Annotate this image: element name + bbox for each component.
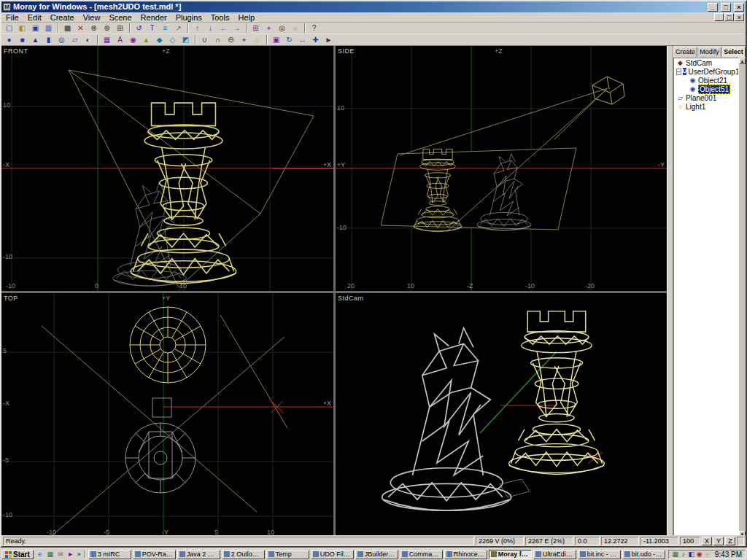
- axis-x-button[interactable]: X: [702, 537, 712, 545]
- copy-icon[interactable]: ⊕: [101, 23, 113, 34]
- taskbar-task-4[interactable]: 2 Outlook ...: [222, 550, 265, 559]
- menu-create[interactable]: Create: [46, 12, 79, 23]
- origin-selection-box[interactable]: [152, 398, 171, 417]
- stdcam-viewport-canvas[interactable]: [336, 293, 667, 537]
- scheduler-icon[interactable]: ◉: [696, 551, 703, 558]
- sphere-tool-icon[interactable]: ●: [3, 34, 15, 45]
- paste-icon[interactable]: ⊞: [114, 23, 126, 34]
- heightfield-tool-icon[interactable]: ▲: [140, 34, 152, 45]
- mdi-restore-button[interactable]: □: [724, 13, 734, 21]
- tree-item-plane001[interactable]: ▱ Plane001: [674, 93, 738, 102]
- blob-tool-icon[interactable]: ◉: [127, 34, 139, 45]
- taskbar-task-12[interactable]: bit.inc - Not...: [578, 550, 621, 559]
- arrow-down-icon[interactable]: ↓: [204, 23, 217, 34]
- taskbar-task-1[interactable]: 3 mIRC: [88, 550, 131, 559]
- box-tool-icon[interactable]: ■: [16, 34, 28, 45]
- scale-tool-icon[interactable]: ↔: [296, 34, 309, 45]
- side-viewport[interactable]: SIDE +Z +Y -Y -Z 20 10 -10 -20 10 -10: [336, 46, 667, 291]
- maximize-button[interactable]: □: [721, 3, 731, 12]
- cone-tool-icon[interactable]: ▲: [29, 34, 42, 45]
- menu-tools[interactable]: Tools: [206, 12, 234, 23]
- open-file-icon[interactable]: ◧: [16, 23, 28, 34]
- menu-plugins[interactable]: Plugins: [171, 12, 206, 23]
- arrow-up-icon[interactable]: ↑: [191, 23, 204, 34]
- taskbar-task-3[interactable]: Java 2 Platf...: [177, 550, 220, 559]
- csg-union-icon[interactable]: ∪: [198, 34, 211, 45]
- arrow-left-icon[interactable]: ←: [217, 23, 230, 34]
- help-icon[interactable]: ?: [308, 23, 320, 34]
- menu-view[interactable]: View: [79, 12, 105, 23]
- csg-intersection-icon[interactable]: ∩: [212, 34, 224, 45]
- taskbar-task-6[interactable]: UDO File Fo...: [311, 550, 354, 559]
- light-tool-icon[interactable]: ☼: [251, 34, 263, 45]
- render-icon[interactable]: ▩: [61, 23, 74, 34]
- render-scene-icon[interactable]: ►: [322, 34, 335, 45]
- menu-file[interactable]: File: [1, 12, 23, 23]
- network-icon[interactable]: ◧: [688, 551, 695, 558]
- menu-scene[interactable]: Scene: [104, 12, 136, 23]
- knight-wireframe[interactable]: [113, 182, 187, 287]
- lathe-tool-icon[interactable]: ◇: [166, 34, 179, 45]
- tab-create[interactable]: Create: [673, 47, 697, 57]
- volume-icon[interactable]: ♪: [680, 551, 687, 558]
- taskbar-task-13[interactable]: bit.udo - W...: [622, 550, 665, 559]
- taskbar-task-8[interactable]: Command P...: [400, 550, 443, 559]
- panel-splitter[interactable]: [667, 46, 673, 537]
- rotate-tool-icon[interactable]: ↻: [283, 34, 295, 45]
- spreadsheet-icon[interactable]: ≡: [159, 23, 171, 34]
- camera-tool-icon[interactable]: ⌖: [238, 34, 250, 45]
- stdcam-viewport[interactable]: StdCam: [336, 293, 667, 537]
- knight-wireframe[interactable]: [382, 328, 511, 511]
- tab-select[interactable]: Select: [721, 47, 746, 57]
- display-icon[interactable]: ▦: [672, 551, 679, 558]
- save-file-icon[interactable]: ▣: [29, 23, 42, 34]
- grid-snap-icon[interactable]: ⊞: [249, 23, 262, 34]
- taskbar-task-5[interactable]: Temp: [266, 550, 309, 559]
- arrow-right-icon[interactable]: →: [231, 23, 243, 34]
- text-object-tool-icon[interactable]: A: [114, 34, 126, 45]
- rook-wireframe[interactable]: [509, 311, 605, 475]
- tree-item-stdcam[interactable]: ◆ StdCam: [674, 58, 738, 67]
- internet-explorer-icon[interactable]: e: [35, 550, 45, 559]
- sor-tool-icon[interactable]: ◆: [153, 34, 166, 45]
- tree-item-object21[interactable]: ◉ Object21: [674, 76, 738, 85]
- mdi-close-button[interactable]: ×: [735, 13, 744, 21]
- axis-z-button[interactable]: Z: [725, 537, 735, 545]
- settings-icon[interactable]: ☼: [289, 23, 301, 34]
- scroll-up-icon[interactable]: ▲: [739, 58, 746, 64]
- menu-help[interactable]: Help: [233, 12, 259, 23]
- front-viewport-canvas[interactable]: [1, 46, 333, 291]
- mail-icon[interactable]: ✉: [55, 550, 66, 559]
- tree-item-light1[interactable]: ☼ Light1: [674, 102, 738, 111]
- axis-y-button[interactable]: Y: [713, 537, 724, 545]
- snap-target-icon[interactable]: ⌖: [263, 23, 275, 34]
- rook-top-wireframe[interactable]: [130, 307, 206, 383]
- delete-icon[interactable]: ✕: [74, 23, 87, 34]
- media-player-icon[interactable]: ►: [66, 550, 76, 559]
- group-tool-icon[interactable]: ▣: [270, 34, 282, 45]
- new-file-icon[interactable]: ▢: [3, 23, 15, 34]
- disc-tool-icon[interactable]: ◐: [82, 34, 94, 45]
- save-all-icon[interactable]: ▥: [42, 23, 55, 34]
- torus-tool-icon[interactable]: ◎: [55, 34, 68, 45]
- taskbar-task-7[interactable]: JBuilder 5 - ...: [355, 550, 398, 559]
- title-bar[interactable]: M Moray for Windows - [mesh2UDO test.mdl…: [1, 1, 746, 12]
- undo-icon[interactable]: ↺: [133, 23, 145, 34]
- cut-icon[interactable]: ⊗: [88, 23, 100, 34]
- antivirus-icon[interactable]: ☼: [704, 551, 711, 558]
- menu-render[interactable]: Render: [136, 12, 171, 23]
- start-button[interactable]: Start: [1, 550, 34, 559]
- cylinder-tool-icon[interactable]: ▮: [42, 34, 55, 45]
- mdi-minimize-button[interactable]: _: [714, 13, 724, 21]
- csg-difference-icon[interactable]: ⊖: [225, 34, 237, 45]
- taskbar-task-9[interactable]: Rhinoceros ...: [444, 550, 487, 559]
- move-tool-icon[interactable]: ✚: [309, 34, 322, 45]
- tab-modify[interactable]: Modify: [697, 47, 721, 57]
- menu-edit[interactable]: Edit: [23, 12, 46, 23]
- taskbar-task-2[interactable]: POV-Ray fo...: [133, 550, 176, 559]
- knight-top-wireframe[interactable]: [125, 423, 196, 493]
- taskbar-task-11[interactable]: UltraEdit-32: [533, 550, 576, 559]
- mesh-tool-icon[interactable]: ▦: [101, 34, 113, 45]
- close-button[interactable]: ×: [734, 3, 744, 12]
- tree-item-object51[interactable]: ◉ Object51: [674, 85, 738, 93]
